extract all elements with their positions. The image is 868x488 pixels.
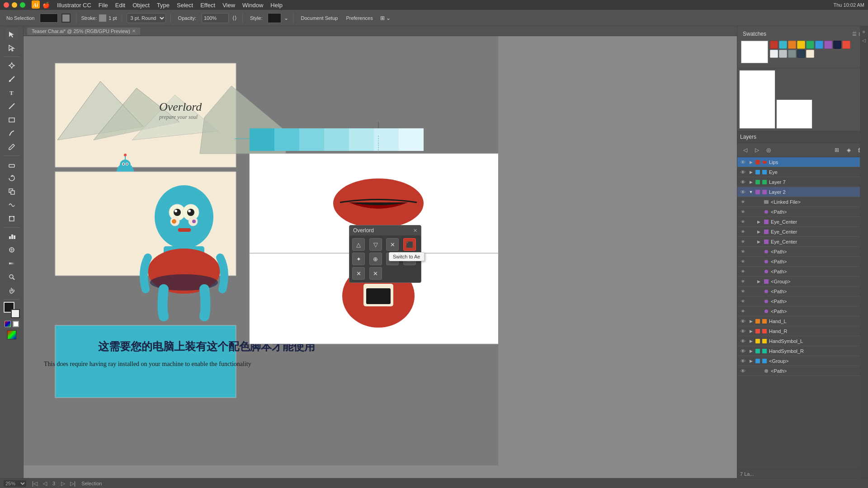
opacity-arrows[interactable]: ⟨⟩ <box>232 15 237 21</box>
arrow-ec3[interactable]: ▶ <box>755 239 762 245</box>
layer-path5[interactable]: 👁 <Path> <box>737 286 868 296</box>
play-btn[interactable]: ◁ <box>41 479 49 488</box>
graph-tool[interactable] <box>5 230 18 243</box>
eye-path5[interactable]: 👁 <box>739 288 746 295</box>
eye-hsl[interactable]: 👁 <box>739 338 746 345</box>
eye-eye[interactable]: 👁 <box>739 169 746 176</box>
menu-object[interactable]: Object <box>132 2 150 9</box>
layer-path7[interactable]: 👁 <Path> <box>737 306 868 316</box>
rotate-tool[interactable] <box>5 172 18 184</box>
maximize-button[interactable] <box>20 2 25 8</box>
layer-path4[interactable]: 👁 <Path> <box>737 267 868 277</box>
eye-path7[interactable]: 👁 <box>739 308 746 315</box>
layer-handsymbol-l[interactable]: 👁 ▶ HandSymbol_L <box>737 336 868 346</box>
pen-tool[interactable] <box>5 59 18 72</box>
arrow-ec1[interactable]: ▶ <box>755 219 762 225</box>
eye-handl[interactable]: 👁 <box>739 318 746 325</box>
prev-page-btn[interactable]: |◁ <box>31 479 39 488</box>
eye-ec3[interactable]: 👁 <box>739 238 746 245</box>
eye-group1[interactable]: 👁 <box>739 278 746 285</box>
swatches-menu-icon[interactable]: ☰ <box>852 31 857 37</box>
eye-path4[interactable]: 👁 <box>739 268 746 275</box>
eye-path6[interactable]: 👁 <box>739 298 746 305</box>
next-page-btn[interactable]: ▷ <box>59 479 67 488</box>
direct-select-tool[interactable] <box>5 42 18 54</box>
layer-eye-center3[interactable]: 👁 ▶ Eye_Center <box>737 237 868 247</box>
layer-lips[interactable]: 👁 ▶ Lips <box>737 157 868 167</box>
document-setup-button[interactable]: Document Setup <box>298 14 340 22</box>
brush-selector[interactable]: 3 pt. Round <box>127 13 166 23</box>
line-tool[interactable] <box>5 100 18 113</box>
arrow-handr[interactable]: ▶ <box>748 328 754 334</box>
swatch-purple[interactable] <box>824 41 832 49</box>
anchor-tool[interactable] <box>5 73 18 85</box>
overlord-close[interactable]: ✕ <box>413 228 417 234</box>
layers-locate-btn[interactable]: ◎ <box>764 145 774 155</box>
menu-select[interactable]: Select <box>177 2 193 9</box>
overlord-triangle-down[interactable]: ▽ <box>369 238 382 251</box>
menu-edit[interactable]: Edit <box>115 2 125 9</box>
overlord-star-btn[interactable]: ✦ <box>352 253 365 265</box>
layer-2[interactable]: 👁 ▼ Layer 2 <box>737 187 868 197</box>
overlord-triangle-up[interactable]: △ <box>352 238 365 251</box>
fill-stroke-selector[interactable] <box>4 302 20 318</box>
swatch-gray[interactable] <box>779 50 787 58</box>
swatch-lightred[interactable] <box>842 41 850 49</box>
eye-layer2[interactable]: 👁 <box>739 188 746 196</box>
last-page-btn[interactable]: ▷| <box>69 479 77 488</box>
layer-group2[interactable]: 👁 ▶ <Group> <box>737 356 868 366</box>
layer-path3[interactable]: 👁 <Path> <box>737 257 868 267</box>
layers-expand-btn[interactable]: ▷ <box>752 145 762 155</box>
overlord-gear-btn[interactable]: ⊕ <box>369 253 382 265</box>
swatch-cream[interactable] <box>806 50 814 58</box>
color-mode-btn[interactable] <box>5 321 11 327</box>
preferences-button[interactable]: Preferences <box>343 14 375 22</box>
stroke-color[interactable] <box>61 14 71 23</box>
layer-path-last[interactable]: 👁 <Path> <box>737 366 868 376</box>
arrow-group2[interactable]: ▶ <box>748 358 754 364</box>
layer-linked-file[interactable]: 👁 <Linked File> <box>737 197 868 207</box>
menu-file[interactable]: File <box>99 2 108 9</box>
arrow-eye[interactable]: ▶ <box>748 169 754 175</box>
overlord-window-controls[interactable]: ✕ <box>413 228 417 234</box>
arrow-hsr[interactable]: ▶ <box>748 348 754 354</box>
layer-path1[interactable]: 👁 <Path> <box>737 207 868 217</box>
document-tab[interactable]: Teaser Char.ai* @ 25% (RGB/GPU Preview) … <box>27 28 140 35</box>
layer-hand-r[interactable]: 👁 ▶ Hand_R <box>737 326 868 336</box>
layers-compose-btn[interactable]: ◈ <box>844 145 854 155</box>
canvas-area[interactable]: Teaser Char.ai* @ 25% (RGB/GPU Preview) … <box>24 26 737 478</box>
swatch-darkblue[interactable] <box>833 41 841 49</box>
arrow-lips[interactable]: ▶ <box>748 159 754 165</box>
overlord-cross2[interactable]: ✕ <box>369 267 382 280</box>
swatch-lightgray[interactable] <box>770 50 778 58</box>
eye-linked[interactable]: 👁 <box>739 198 746 206</box>
arrow-handl[interactable]: ▶ <box>748 318 754 324</box>
mesh-tool[interactable] <box>5 244 18 256</box>
swatch-yellow[interactable] <box>797 41 805 49</box>
arrange-controls[interactable]: ⊞ ⌄ <box>380 15 391 21</box>
brush-tool[interactable] <box>5 127 18 140</box>
layer-eye[interactable]: 👁 ▶ Eye <box>737 167 868 177</box>
layers-collapse-btn[interactable]: ◁ <box>740 145 750 155</box>
scale-tool[interactable] <box>5 185 18 198</box>
stroke-box[interactable] <box>11 309 20 318</box>
color-picker-btn[interactable] <box>7 330 17 341</box>
eye-ec1[interactable]: 👁 <box>739 218 746 225</box>
overlord-active-btn[interactable]: ⬛ Switch to Ae <box>403 238 416 251</box>
swatch-large-preview[interactable] <box>741 41 768 63</box>
pencil-tool[interactable] <box>5 141 18 153</box>
overlord-panel-header[interactable]: Overlord ✕ <box>349 225 421 235</box>
eye-ec2[interactable]: 👁 <box>739 228 746 235</box>
menu-window[interactable]: Window <box>242 2 263 9</box>
layer-eye-center2[interactable]: 👁 ▶ Eye_Center <box>737 227 868 237</box>
opacity-value[interactable]: 100% <box>202 13 229 23</box>
style-arrow[interactable]: ⌄ <box>284 15 288 21</box>
layer-path6[interactable]: 👁 <Path> <box>737 296 868 306</box>
swatches-title[interactable]: Swatches ☰ ⊞ <box>740 29 865 39</box>
menu-help[interactable]: Help <box>270 2 283 9</box>
swatch-green[interactable] <box>806 41 814 49</box>
eye-hsr[interactable]: 👁 <box>739 347 746 355</box>
arrow-layer7[interactable]: ▶ <box>748 179 754 185</box>
menu-apple[interactable]: 🍎 <box>42 2 50 9</box>
swatch-red[interactable] <box>770 41 778 49</box>
